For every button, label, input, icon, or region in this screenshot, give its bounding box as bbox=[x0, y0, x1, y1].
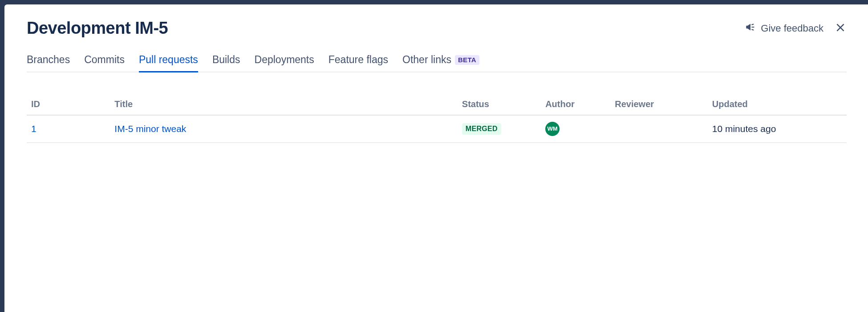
give-feedback-label: Give feedback bbox=[761, 23, 823, 34]
beta-badge: BETA bbox=[455, 55, 479, 65]
column-header-status: Status bbox=[458, 94, 541, 115]
dialog-title: Development IM-5 bbox=[27, 19, 168, 38]
cell-status: MERGED bbox=[458, 115, 541, 143]
tab-label: Deployments bbox=[255, 54, 314, 66]
pull-requests-table: ID Title Status Author Reviewer Updated … bbox=[27, 94, 847, 143]
cell-title: IM-5 minor tweak bbox=[110, 115, 458, 143]
tab-label: Pull requests bbox=[139, 54, 198, 66]
tab-deployments[interactable]: Deployments bbox=[255, 54, 314, 72]
column-header-updated: Updated bbox=[708, 94, 847, 115]
tab-label: Builds bbox=[212, 54, 240, 66]
development-dialog: Development IM-5 Give feedback Branches … bbox=[4, 4, 868, 312]
tab-other-links[interactable]: Other links BETA bbox=[402, 54, 479, 72]
table-header-row: ID Title Status Author Reviewer Updated bbox=[27, 94, 847, 115]
cell-id: 1 bbox=[27, 115, 110, 143]
column-header-reviewer: Reviewer bbox=[610, 94, 708, 115]
tabs: Branches Commits Pull requests Builds De… bbox=[27, 54, 847, 72]
close-icon bbox=[835, 22, 846, 35]
dialog-header: Development IM-5 Give feedback bbox=[27, 19, 847, 38]
header-actions: Give feedback bbox=[745, 21, 847, 36]
close-button[interactable] bbox=[834, 22, 847, 35]
give-feedback-button[interactable]: Give feedback bbox=[745, 21, 823, 36]
tab-builds[interactable]: Builds bbox=[212, 54, 240, 72]
pr-title-link[interactable]: IM-5 minor tweak bbox=[114, 124, 186, 134]
cell-author: WM bbox=[541, 115, 610, 143]
tab-label: Other links bbox=[402, 54, 451, 66]
cell-reviewer bbox=[610, 115, 708, 143]
tab-feature-flags[interactable]: Feature flags bbox=[329, 54, 388, 72]
megaphone-icon bbox=[745, 21, 756, 36]
author-avatar[interactable]: WM bbox=[545, 122, 560, 136]
pr-id-link[interactable]: 1 bbox=[31, 124, 37, 134]
tab-commits[interactable]: Commits bbox=[84, 54, 125, 72]
tab-branches[interactable]: Branches bbox=[27, 54, 70, 72]
cell-updated: 10 minutes ago bbox=[708, 115, 847, 143]
tab-label: Branches bbox=[27, 54, 70, 66]
status-badge: MERGED bbox=[462, 123, 501, 135]
tab-pull-requests[interactable]: Pull requests bbox=[139, 54, 198, 72]
table-row: 1 IM-5 minor tweak MERGED WM 10 minutes … bbox=[27, 115, 847, 143]
column-header-title: Title bbox=[110, 94, 458, 115]
tab-label: Feature flags bbox=[329, 54, 388, 66]
tab-label: Commits bbox=[84, 54, 125, 66]
column-header-author: Author bbox=[541, 94, 610, 115]
column-header-id: ID bbox=[27, 94, 110, 115]
